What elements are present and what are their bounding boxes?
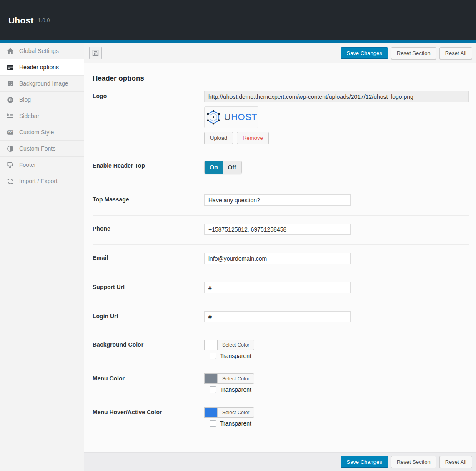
logo-preview: UHOST (204, 106, 258, 128)
sidebar-item-label: Footer (19, 161, 36, 168)
contrast-icon (6, 145, 14, 152)
sidebar-item-label: Sidebar (19, 113, 39, 119)
form-row-menu-hover-color: Menu Hover/Active Color Select Color Tra… (93, 400, 469, 433)
page-title: Header options (93, 74, 469, 83)
layout-toggle-button[interactable] (89, 47, 102, 59)
reset-all-button-bottom[interactable]: Reset All (439, 456, 472, 468)
image-smiley-icon (6, 80, 14, 87)
menu-select-color-button[interactable]: Select Color (217, 373, 254, 384)
app-window: Uhost 1.0.0 Global Settings Header optio… (0, 0, 476, 471)
sidebar-item-label: Blog (19, 96, 31, 103)
cc-badge-icon: CC (6, 128, 14, 136)
form-row-login-url: Login Url (93, 303, 469, 332)
save-changes-button-bottom[interactable]: Save Changes (341, 456, 388, 468)
field-control: Select Color Transparent (204, 340, 469, 359)
field-control (204, 224, 469, 235)
transparent-label: Transparent (220, 353, 251, 359)
sidebar-item-label: Import / Export (19, 178, 58, 184)
field-control: UHOST Upload Remove (204, 91, 469, 144)
logo-url-input[interactable] (204, 91, 469, 102)
remove-button[interactable]: Remove (237, 132, 268, 144)
field-label: Email (93, 253, 204, 264)
background-transparent-checkbox[interactable] (210, 353, 216, 359)
field-control: On Off (204, 161, 469, 174)
sidebar-item-header-options[interactable]: Header options (0, 59, 84, 76)
top-toolbar: Save Changes Reset Section Reset All (84, 43, 476, 63)
field-label: Menu Color (93, 373, 204, 393)
field-label: Top Massage (93, 194, 204, 206)
login-url-input[interactable] (204, 311, 351, 322)
form-row-menu-color: Menu Color Select Color Transparent (93, 366, 469, 400)
sidebar-item-footer[interactable]: Footer (0, 157, 84, 173)
sidebar: Global Settings Header options Backgroun… (0, 43, 84, 471)
sync-arrows-icon (6, 177, 14, 185)
field-label: Login Url (93, 311, 204, 322)
reset-all-button-top[interactable]: Reset All (439, 47, 472, 59)
form-row-top-message: Top Massage (93, 186, 469, 216)
field-control (204, 311, 469, 322)
app-header: Uhost 1.0.0 (0, 0, 476, 43)
toggle-on-option[interactable]: On (205, 161, 223, 174)
sidebar-item-import-export[interactable]: Import / Export (0, 173, 84, 189)
field-control (204, 194, 469, 206)
form-row-enable-header-top: Enable Header Top On Off (93, 149, 469, 186)
color-picker: Select Color (204, 373, 469, 384)
upload-button[interactable]: Upload (204, 132, 233, 144)
sidebar-item-sidebar[interactable]: Sidebar (0, 108, 84, 124)
sidebar-item-custom-fonts[interactable]: Custom Fonts (0, 141, 84, 157)
transparent-label: Transparent (220, 386, 251, 393)
main-panel: Save Changes Reset Section Reset All Hea… (84, 43, 476, 471)
field-label: Logo (93, 91, 204, 144)
header-layout-icon (6, 63, 14, 71)
app-version: 1.0.0 (38, 17, 50, 23)
transparent-label: Transparent (220, 420, 251, 427)
reset-section-button-top[interactable]: Reset Section (391, 47, 436, 59)
field-label: Phone (93, 224, 204, 235)
sidebar-item-custom-style[interactable]: CC Custom Style (0, 124, 84, 141)
toggle-off-option[interactable]: Off (223, 161, 241, 174)
sidebar-item-label: Custom Style (19, 129, 54, 136)
field-control: Select Color Transparent (204, 373, 469, 393)
thumbs-down-icon (6, 161, 14, 169)
menu-hover-transparent-checkbox[interactable] (210, 420, 216, 427)
home-icon (6, 47, 14, 55)
top-message-input[interactable] (204, 194, 351, 206)
transparent-option[interactable]: Transparent (210, 386, 469, 393)
sidebar-item-blog[interactable]: Blog (0, 92, 84, 108)
form-row-phone: Phone (93, 216, 469, 245)
field-control (204, 253, 469, 264)
sidebar-item-background-image[interactable]: Background Image (0, 76, 84, 92)
background-color-swatch[interactable] (204, 340, 218, 350)
color-picker: Select Color (204, 340, 469, 350)
app-title: Uhost (8, 15, 34, 25)
phone-input[interactable] (204, 224, 351, 235)
email-input[interactable] (204, 253, 351, 264)
field-control: Select Color Transparent (204, 407, 469, 427)
reset-section-button-bottom[interactable]: Reset Section (391, 456, 436, 468)
form-row-email: Email (93, 245, 469, 274)
sidebar-item-label: Custom Fonts (19, 145, 55, 152)
color-picker: Select Color (204, 407, 469, 418)
logo-buttons: Upload Remove (204, 132, 469, 144)
settings-content: Header options Logo (84, 74, 476, 433)
field-label: Menu Hover/Active Color (93, 407, 204, 427)
sidebar-item-label: Background Image (19, 80, 68, 87)
form-row-logo: Logo UHOST (93, 83, 469, 149)
background-select-color-button[interactable]: Select Color (217, 340, 254, 350)
bottom-toolbar: Save Changes Reset Section Reset All (84, 452, 476, 471)
transparent-option[interactable]: Transparent (210, 353, 469, 359)
blog-marker-icon (6, 96, 14, 103)
menu-hover-color-swatch[interactable] (204, 407, 218, 418)
uhost-hexagon-logo-icon (205, 108, 221, 126)
form-row-background-color: Background Color Select Color Transparen… (93, 332, 469, 366)
sidebar-item-global-settings[interactable]: Global Settings (0, 43, 84, 59)
support-url-input[interactable] (204, 282, 351, 293)
sidebar-list-icon (6, 112, 14, 120)
svg-text:CC: CC (8, 131, 13, 134)
field-control (204, 282, 469, 293)
menu-transparent-checkbox[interactable] (210, 386, 216, 393)
save-changes-button-top[interactable]: Save Changes (341, 47, 388, 59)
transparent-option[interactable]: Transparent (210, 420, 469, 427)
menu-color-swatch[interactable] (204, 373, 218, 384)
menu-hover-select-color-button[interactable]: Select Color (217, 407, 254, 418)
